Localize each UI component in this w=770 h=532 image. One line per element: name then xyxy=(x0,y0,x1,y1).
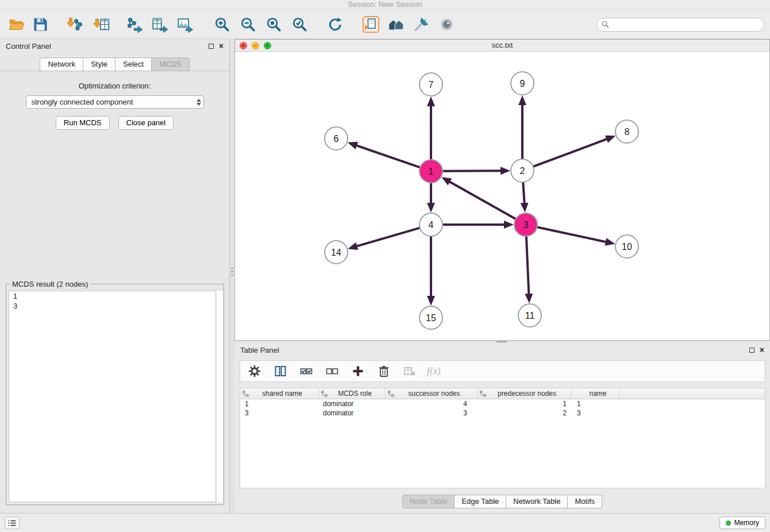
tab-select[interactable]: Select xyxy=(116,57,152,71)
table-row[interactable]: 3 dominator 3 2 3 xyxy=(240,408,765,418)
cell-name[interactable]: 1 xyxy=(571,399,619,408)
graph-edge-1-6[interactable] xyxy=(356,145,419,167)
mcds-result-group: MCDS result (2 nodes) 1 3 xyxy=(6,284,224,505)
export-table-icon xyxy=(152,16,168,33)
tab-node-table[interactable]: Node Table xyxy=(402,495,455,508)
delete-table-button[interactable] xyxy=(401,362,418,380)
open-session-button[interactable] xyxy=(6,14,26,36)
table-row[interactable]: 1 dominator 4 1 1 xyxy=(240,399,765,408)
column-header-filler xyxy=(619,388,765,399)
application-window: Session: New Session xyxy=(0,0,770,532)
column-type-icon xyxy=(388,391,394,397)
tab-network[interactable]: Network xyxy=(40,57,83,71)
unchecked-boxes-icon xyxy=(326,365,338,377)
show-panels-button[interactable] xyxy=(5,516,20,529)
houses-icon xyxy=(388,16,405,33)
network-graph[interactable]: 7968124314101511 xyxy=(235,52,769,340)
result-list-scrollbar[interactable] xyxy=(216,291,223,502)
tab-mcds[interactable]: MCDS xyxy=(152,57,189,71)
tab-edge-table[interactable]: Edge Table xyxy=(455,495,506,508)
close-window-icon[interactable] xyxy=(240,42,247,49)
float-panel-icon[interactable] xyxy=(749,348,754,353)
import-table-button[interactable] xyxy=(91,14,111,36)
zoom-selected-button[interactable] xyxy=(289,14,310,36)
float-panel-icon[interactable] xyxy=(209,44,214,49)
file-group xyxy=(6,14,51,36)
export-network-button[interactable] xyxy=(124,14,145,36)
cell-predecessor-nodes[interactable]: 1 xyxy=(478,399,571,408)
tab-style[interactable]: Style xyxy=(83,57,116,71)
graph-edge-3-10[interactable] xyxy=(538,227,606,242)
create-column-button[interactable] xyxy=(349,362,367,380)
cell-successor-nodes[interactable]: 4 xyxy=(386,399,478,408)
import-network-button[interactable] xyxy=(64,14,85,36)
splitter-grip-icon xyxy=(231,268,233,278)
graph-edge-2-8[interactable] xyxy=(534,139,607,167)
table-panel-window-buttons xyxy=(749,347,764,353)
column-header-predecessor-nodes[interactable]: predecessor nodes xyxy=(478,388,571,399)
network-window-titlebar: scc.txt xyxy=(235,40,769,52)
tab-network-table[interactable]: Network Table xyxy=(506,495,568,508)
column-header-name[interactable]: name xyxy=(571,388,619,399)
network-document-button[interactable] xyxy=(360,14,381,36)
memory-label: Memory xyxy=(734,519,759,527)
cell-successor-nodes[interactable]: 3 xyxy=(386,408,478,418)
column-header-shared-name[interactable]: shared name xyxy=(240,388,319,399)
minimize-window-icon[interactable] xyxy=(252,42,259,49)
table-settings-button[interactable] xyxy=(246,362,263,380)
zoom-fit-button[interactable] xyxy=(263,14,284,36)
zoom-out-icon xyxy=(240,16,256,33)
select-stepper-icon xyxy=(197,99,201,106)
optimization-criterion-select[interactable]: strongly connected component xyxy=(26,95,204,109)
memory-button[interactable]: Memory xyxy=(719,516,765,529)
refresh-layout-button[interactable] xyxy=(325,14,345,36)
import-table-icon xyxy=(93,16,110,33)
refresh-icon xyxy=(327,16,344,33)
delete-table-icon xyxy=(403,365,416,377)
search-input[interactable] xyxy=(612,21,759,29)
cell-shared-name[interactable]: 3 xyxy=(240,408,319,418)
network-canvas[interactable]: 7968124314101511 xyxy=(235,52,769,340)
run-mcds-button[interactable]: Run MCDS xyxy=(56,116,110,130)
select-all-columns-button[interactable] xyxy=(298,362,315,380)
network-document-icon xyxy=(363,16,379,33)
style-brush-button[interactable] xyxy=(411,14,432,36)
graph-edge-4-14[interactable] xyxy=(357,228,419,246)
graph-edge-2-3[interactable] xyxy=(523,183,524,203)
cell-mcds-role[interactable]: dominator xyxy=(319,408,386,418)
cell-predecessor-nodes[interactable]: 2 xyxy=(478,408,571,418)
save-session-button[interactable] xyxy=(30,14,51,36)
column-header-successor-nodes[interactable]: successor nodes xyxy=(386,388,478,399)
eye-icon xyxy=(438,16,455,33)
function-builder-button[interactable]: f(x) xyxy=(427,362,441,380)
delete-column-button[interactable] xyxy=(375,362,392,380)
cell-name[interactable]: 3 xyxy=(571,408,619,418)
tab-motifs[interactable]: Motifs xyxy=(568,495,602,508)
export-table-button[interactable] xyxy=(149,14,170,36)
cell-mcds-role[interactable]: dominator xyxy=(319,399,386,408)
result-item[interactable]: 1 xyxy=(9,291,215,301)
close-panel-icon[interactable] xyxy=(219,43,224,49)
maximize-window-icon[interactable] xyxy=(264,42,271,49)
graph-edge-1-2[interactable] xyxy=(443,171,501,171)
zoom-fit-icon xyxy=(265,16,282,33)
vertical-splitter[interactable] xyxy=(230,39,234,513)
zoom-out-button[interactable] xyxy=(237,14,258,36)
birdseye-view-button[interactable] xyxy=(436,14,457,36)
show-columns-button[interactable] xyxy=(272,362,289,380)
unselect-all-columns-button[interactable] xyxy=(324,362,341,380)
cell-shared-name[interactable]: 1 xyxy=(240,399,319,408)
mcds-result-list[interactable]: 1 3 xyxy=(9,291,216,502)
zoom-in-button[interactable] xyxy=(211,14,232,36)
graph-edge-3-1[interactable] xyxy=(449,182,515,219)
close-panel-button[interactable]: Close panel xyxy=(118,116,174,130)
graph-edge-3-11[interactable] xyxy=(526,237,529,294)
home-views-button[interactable] xyxy=(386,14,406,36)
result-item[interactable]: 3 xyxy=(9,301,215,311)
column-header-mcds-role[interactable]: MCDS role xyxy=(319,388,386,399)
mcds-tab-body: Optimization criterion: strongly connect… xyxy=(0,71,229,130)
graph-node-label: 3 xyxy=(523,220,529,230)
close-panel-icon[interactable] xyxy=(760,347,764,353)
optimization-criterion-label: Optimization criterion: xyxy=(0,82,229,90)
export-image-button[interactable] xyxy=(175,14,195,36)
